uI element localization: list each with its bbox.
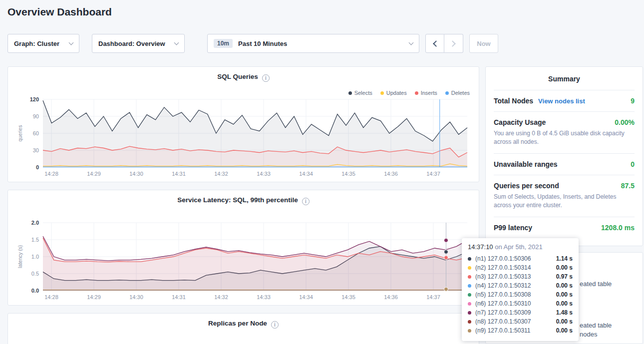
p99-latency-value: 1208.0 ms — [601, 224, 635, 232]
svg-text:14:29: 14:29 — [87, 294, 101, 300]
tooltip-node-value: 0.00 s — [556, 300, 573, 307]
svg-text:14:28: 14:28 — [44, 294, 58, 300]
svg-text:14:36: 14:36 — [384, 171, 398, 177]
chevron-down-icon — [174, 40, 179, 45]
svg-text:14:29: 14:29 — [87, 171, 101, 177]
capacity-usage-value: 0.00% — [615, 118, 635, 126]
tooltip-node-value: 0.97 s — [556, 273, 573, 280]
tooltip-time: 14:37:10 — [468, 243, 493, 251]
capacity-usage-description: You are using 0 B of 4.5 GiB usable disk… — [494, 129, 635, 147]
sql-queries-chart[interactable]: 030609012014:2814:2914:3014:3114:3214:33… — [8, 87, 480, 183]
queries-per-second-value: 87.5 — [621, 182, 635, 190]
tooltip-row: (n3) 127.0.0.1:503130.97 s — [468, 272, 573, 281]
svg-text:14:34: 14:34 — [299, 171, 313, 177]
event-text-fragment: eated table — [580, 280, 612, 288]
unavailable-ranges-label: Unavailable ranges — [494, 160, 558, 168]
series-dot-icon — [468, 284, 471, 288]
event-text-fragment: eated table — [580, 322, 612, 329]
summary-row-queries-per-second: Queries per second 87.5 Sum of Selects, … — [494, 175, 635, 217]
svg-text:14:31: 14:31 — [172, 294, 186, 300]
unavailable-ranges-value: 0 — [631, 160, 635, 168]
service-latency-title: Service Latency: SQL, 99th percentile — [8, 196, 479, 205]
svg-text:14:32: 14:32 — [214, 171, 228, 177]
svg-text:0: 0 — [36, 164, 39, 170]
tooltip-node-value: 0.00 s — [556, 318, 573, 325]
service-latency-card: Service Latency: SQL, 99th percentile 0.… — [7, 190, 479, 306]
tooltip-node-value: 0.00 s — [556, 282, 573, 289]
dashboard-dropdown[interactable]: Dashboard: Overview — [92, 34, 185, 53]
series-dot-icon — [468, 311, 471, 315]
next-time-button[interactable] — [444, 34, 463, 53]
svg-text:14:33: 14:33 — [257, 171, 271, 177]
info-icon[interactable] — [302, 198, 310, 205]
graph-dropdown[interactable]: Graph: Cluster — [7, 34, 79, 53]
chevron-down-icon — [409, 40, 414, 45]
svg-text:2.0: 2.0 — [31, 220, 39, 226]
service-latency-chart[interactable]: 0.00.51.01.52.014:2814:2914:3014:3114:32… — [8, 210, 480, 306]
total-nodes-value: 9 — [631, 97, 635, 105]
graph-dropdown-label: Graph: Cluster — [14, 40, 59, 47]
svg-text:120: 120 — [30, 96, 39, 102]
series-dot-icon — [468, 320, 471, 324]
summary-panel: Summary Total Nodes View nodes list 9 Ca… — [485, 66, 643, 246]
info-icon[interactable] — [262, 74, 270, 82]
svg-text:14:30: 14:30 — [129, 171, 143, 177]
series-dot-icon — [468, 275, 471, 279]
tooltip-row: (n8) 127.0.0.1:503070.00 s — [468, 317, 573, 326]
svg-text:90: 90 — [33, 113, 39, 119]
replicas-per-node-title: Replicas per Node — [8, 320, 479, 329]
svg-text:60: 60 — [33, 130, 39, 136]
chevron-right-icon — [449, 40, 456, 47]
series-dot-icon — [468, 293, 471, 297]
view-nodes-list-link[interactable]: View nodes list — [538, 97, 585, 105]
tooltip-node-label: (n3) 127.0.0.1:50313 — [475, 273, 531, 280]
replicas-per-node-card: Replicas per Node — [7, 313, 479, 344]
sql-queries-card: SQL Queries SelectsUpdatesInsertsDeletes… — [7, 66, 479, 182]
chevron-down-icon — [69, 40, 74, 45]
svg-text:14:36: 14:36 — [384, 294, 398, 300]
p99-latency-label: P99 latency — [494, 224, 532, 232]
svg-text:14:37: 14:37 — [426, 171, 440, 177]
svg-text:1.0: 1.0 — [31, 254, 39, 260]
svg-text:14:32: 14:32 — [214, 294, 228, 300]
overview-dashboard-page: Overview Dashboard Graph: Cluster Dashbo… — [0, 0, 644, 344]
tooltip-node-label: (n2) 127.0.0.1:50314 — [475, 264, 531, 271]
tooltip-node-label: (n6) 127.0.0.1:50310 — [475, 300, 531, 307]
time-range-dropdown[interactable]: 10m Past 10 Minutes — [207, 34, 419, 53]
summary-title: Summary — [494, 67, 635, 90]
tooltip-row: (n9) 127.0.0.1:503110.00 s — [468, 326, 573, 335]
tooltip-row: (n5) 127.0.0.1:503080.00 s — [468, 290, 573, 299]
svg-text:queries: queries — [17, 125, 23, 142]
queries-per-second-description: Sum of Selects, Updates, Inserts, and De… — [494, 193, 635, 210]
sql-queries-title: SQL Queries — [8, 73, 479, 82]
summary-row-p99-latency: P99 latency 1208.0 ms — [494, 217, 635, 238]
tooltip-node-value: 1.14 s — [556, 255, 573, 262]
chevron-left-icon — [433, 40, 439, 47]
event-text-fragment: nodes — [580, 331, 597, 338]
svg-text:14:35: 14:35 — [341, 294, 355, 300]
chart-tooltip: 14:37:10 on Apr 5th, 2021 (n1) 127.0.0.1… — [462, 238, 579, 341]
series-dot-icon — [468, 302, 471, 306]
tooltip-row: (n2) 127.0.0.1:503140.00 s — [468, 263, 573, 272]
series-dot-icon — [468, 266, 471, 270]
svg-text:0.0: 0.0 — [31, 288, 39, 294]
svg-text:30: 30 — [33, 147, 39, 153]
tooltip-node-label: (n8) 127.0.0.1:50307 — [475, 318, 531, 325]
tooltip-node-label: (n1) 127.0.0.1:50306 — [475, 255, 531, 262]
tooltip-node-value: 0.00 s — [556, 291, 573, 298]
tooltip-node-value: 1.48 s — [556, 309, 573, 316]
time-range-badge: 10m — [214, 39, 233, 48]
tooltip-date: on Apr 5th, 2021 — [495, 243, 542, 251]
now-button[interactable]: Now — [469, 34, 498, 53]
summary-row-capacity-usage: Capacity Usage 0.00% You are using 0 B o… — [494, 111, 635, 153]
tooltip-node-label: (n7) 127.0.0.1:50309 — [475, 309, 531, 316]
prev-time-button[interactable] — [425, 34, 444, 53]
svg-text:0.5: 0.5 — [31, 271, 39, 277]
tooltip-node-label: (n9) 127.0.0.1:50311 — [475, 327, 531, 334]
svg-text:14:31: 14:31 — [172, 171, 186, 177]
dashboard-dropdown-label: Dashboard: Overview — [98, 40, 165, 47]
page-title: Overview Dashboard — [7, 6, 112, 18]
total-nodes-label: Total Nodes — [494, 97, 533, 105]
info-icon[interactable] — [271, 321, 279, 329]
svg-text:14:35: 14:35 — [341, 171, 355, 177]
